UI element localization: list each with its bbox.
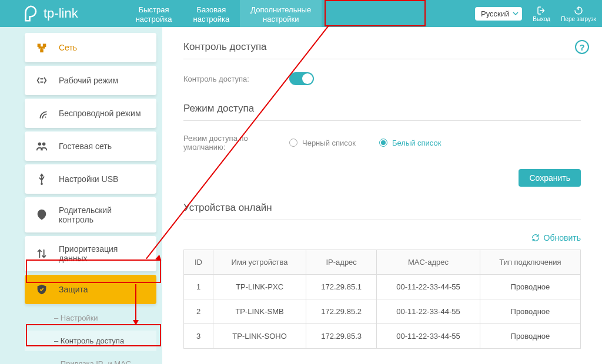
col-id: ID: [184, 250, 213, 275]
row-access-mode: Режим доступа по умолчанию: Черный списо…: [183, 134, 581, 151]
sidebar-item-guest-network[interactable]: Гостевая сеть: [25, 132, 156, 161]
divider: [183, 59, 581, 59]
tab-basic-setup[interactable]: Базовая настройка: [182, 0, 240, 27]
col-mac: MAC-адрес: [377, 250, 480, 275]
help-button[interactable]: ?: [575, 40, 589, 54]
usb-icon: [35, 173, 48, 186]
radio-circle-icon: [379, 139, 387, 147]
app-header: tp-link Быстрая настройка Базовая настро…: [0, 0, 602, 27]
brand-text: tp-link: [44, 6, 78, 21]
qos-icon: [35, 247, 48, 260]
top-nav-tabs: Быстрая настройка Базовая настройка Допо…: [125, 0, 322, 27]
table-row: 3 TP-LINK-SOHO 172.29.85.3 00-11-22-33-4…: [184, 324, 581, 349]
sidebar-item-network[interactable]: Сеть: [25, 33, 156, 62]
table-header-row: ID Имя устройства IP-адрес MAC-адрес Тип…: [184, 250, 581, 275]
sidebar-item-label: Приоритезация данных: [59, 244, 146, 263]
sidebar-item-usb-settings[interactable]: Настройки USB: [25, 164, 156, 194]
reboot-icon: [573, 5, 584, 16]
sidebar-item-label: Родительский контроль: [59, 205, 146, 224]
brand-logo: tp-link: [24, 5, 78, 22]
tplink-logo-icon: [24, 5, 40, 22]
row-access-control-toggle: Контроль доступа:: [183, 72, 581, 85]
sidebar-item-label: Гостевая сеть: [59, 141, 112, 151]
access-mode-label: Режим доступа по умолчанию:: [183, 134, 289, 151]
svg-point-2: [41, 183, 43, 185]
sidebar-item-wireless[interactable]: Беспроводной режим: [25, 99, 156, 128]
section-title-access-mode: Режим доступа: [183, 103, 581, 114]
parental-control-icon: [35, 208, 48, 221]
table-row: 2 TP-LINK-SMB 172.29.85.2 00-11-22-33-44…: [184, 299, 581, 324]
section-title-online-devices: Устройства онлайн: [183, 202, 581, 214]
sidebar-item-label: Сеть: [59, 43, 77, 52]
sidebar-item-qos[interactable]: Приоритезация данных: [25, 236, 156, 271]
tab-quick-setup[interactable]: Быстрая настройка: [125, 0, 183, 27]
divider: [183, 120, 581, 121]
online-devices-table: ID Имя устройства IP-адрес MAC-адрес Тип…: [183, 250, 581, 349]
refresh-button[interactable]: Обновить: [531, 233, 581, 242]
save-button[interactable]: Сохранить: [519, 169, 581, 187]
tab-advanced-settings[interactable]: Дополнительные настройки: [240, 0, 322, 27]
logout-button[interactable]: Выход: [533, 5, 550, 22]
svg-point-0: [38, 143, 42, 146]
col-device-name: Имя устройства: [213, 250, 306, 275]
divider: [183, 220, 581, 220]
sidebar: Сеть Рабочий режим Беспроводной режим Го…: [0, 27, 162, 364]
wireless-icon: [35, 107, 48, 120]
radio-blacklist[interactable]: Черный список: [289, 139, 356, 147]
refresh-icon: [531, 233, 540, 242]
sidebar-sub-ip-mac-binding[interactable]: – Привязка IP- и MAC-: [25, 353, 156, 364]
sidebar-item-parental-control[interactable]: Родительский контроль: [25, 197, 156, 232]
sidebar-sub-access-control[interactable]: – Контроль доступа: [25, 331, 156, 351]
sidebar-item-label: Защита: [59, 285, 88, 294]
section-title-access-control: Контроль доступа: [183, 41, 581, 53]
network-icon: [35, 41, 48, 54]
svg-point-1: [42, 143, 46, 146]
header-right-controls: Русский Выход Пере загрузк: [475, 5, 596, 22]
logout-icon: [536, 5, 547, 16]
sidebar-item-label: Настройки USB: [59, 174, 118, 184]
access-control-label: Контроль доступа:: [183, 75, 289, 83]
sidebar-item-label: Беспроводной режим: [59, 109, 141, 118]
col-connection-type: Тип подключения: [480, 250, 580, 275]
shield-icon: [35, 283, 48, 296]
sidebar-sub-settings[interactable]: – Настройки: [25, 308, 156, 328]
table-row: 1 TP-LINK-PXC 172.29.85.1 00-11-22-33-44…: [184, 275, 581, 299]
radio-circle-icon: [289, 139, 297, 147]
main-content: ? Контроль доступа Контроль доступа: Реж…: [162, 27, 602, 364]
radio-whitelist[interactable]: Белый список: [379, 139, 442, 147]
col-ip: IP-адрес: [306, 250, 377, 275]
sidebar-item-label: Рабочий режим: [59, 76, 118, 85]
operation-mode-icon: [35, 74, 48, 87]
guest-network-icon: [35, 140, 48, 153]
language-select[interactable]: Русский: [475, 7, 522, 21]
reboot-button[interactable]: Пере загрузк: [561, 5, 596, 22]
sidebar-item-security[interactable]: Защита: [25, 275, 156, 304]
sidebar-item-operation-mode[interactable]: Рабочий режим: [25, 66, 156, 95]
access-control-toggle[interactable]: [289, 72, 314, 85]
